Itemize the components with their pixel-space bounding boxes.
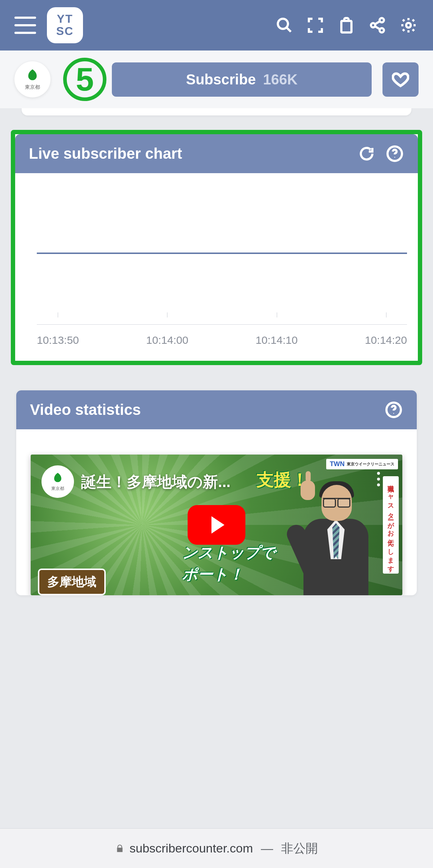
svg-point-5 bbox=[380, 28, 384, 32]
subscribe-button[interactable]: Subscribe 166K bbox=[112, 62, 372, 97]
channel-bar: 東京都 5 Subscribe 166K bbox=[0, 51, 433, 108]
svg-line-6 bbox=[375, 21, 380, 24]
svg-point-3 bbox=[380, 18, 384, 22]
video-menu-icon[interactable] bbox=[377, 472, 380, 486]
chart-x-ticks: 10:13:50 10:14:00 10:14:10 10:14:20 bbox=[37, 334, 407, 346]
video-title: 誕生！多摩地域の新... bbox=[81, 472, 370, 492]
svg-line-7 bbox=[375, 26, 380, 29]
play-button[interactable] bbox=[188, 505, 245, 545]
x-tick: 10:13:50 bbox=[37, 334, 79, 346]
annotation-step-5: 5 bbox=[63, 58, 106, 101]
live-subscriber-chart-card: Live subscriber chart 10:13:50 10:14:00 … bbox=[15, 134, 418, 361]
browser-url-bar[interactable]: subscribercounter.com — 非公開 bbox=[0, 828, 433, 868]
svg-point-8 bbox=[406, 23, 411, 28]
chart-area: 10:13:50 10:14:00 10:14:10 10:14:20 bbox=[15, 173, 418, 361]
svg-point-4 bbox=[371, 23, 375, 27]
lock-icon bbox=[115, 844, 124, 853]
clipboard-icon[interactable] bbox=[336, 15, 357, 35]
video-statistics-card: Video statistics TWN東京ウイークリーニュース 職員キャスター… bbox=[16, 390, 417, 595]
chart-series-line bbox=[37, 253, 407, 254]
x-tick: 10:14:20 bbox=[365, 334, 407, 346]
twn-badge: TWN東京ウイークリーニュース bbox=[326, 459, 398, 469]
avatar-label: 東京都 bbox=[25, 84, 40, 91]
url-privacy-label: 非公開 bbox=[281, 840, 318, 857]
x-tick: 10:14:00 bbox=[146, 334, 188, 346]
fullscreen-icon[interactable] bbox=[305, 15, 325, 35]
refresh-icon[interactable] bbox=[357, 144, 376, 163]
thumbnail-text: ンストップで bbox=[182, 543, 275, 563]
svg-point-12 bbox=[393, 413, 394, 414]
video-embed-area: TWN東京ウイークリーニュース 職員キャスターがお伝えします 支援！ 東京都 誕… bbox=[16, 429, 417, 595]
thumbnail-bottom-banner: 多摩地域 bbox=[38, 569, 106, 595]
subscribe-label: Subscribe bbox=[186, 71, 255, 88]
share-icon[interactable] bbox=[367, 15, 388, 35]
svg-rect-2 bbox=[341, 21, 351, 32]
video-thumbnail[interactable]: TWN東京ウイークリーニュース 職員キャスターがお伝えします 支援！ 東京都 誕… bbox=[31, 455, 402, 595]
favorite-button[interactable] bbox=[382, 62, 419, 97]
avatar-label: 東京都 bbox=[51, 486, 64, 492]
channel-avatar[interactable]: 東京都 bbox=[14, 61, 51, 97]
previous-card-edge bbox=[22, 108, 411, 115]
gear-icon[interactable] bbox=[398, 15, 419, 35]
url-separator: — bbox=[261, 841, 273, 855]
card-header: Video statistics bbox=[16, 390, 417, 429]
svg-point-0 bbox=[278, 19, 288, 29]
search-icon[interactable] bbox=[274, 15, 294, 35]
thumbnail-text: ポート！ bbox=[182, 564, 244, 584]
heart-icon bbox=[392, 71, 409, 88]
help-icon[interactable] bbox=[384, 400, 403, 419]
leaf-icon bbox=[52, 472, 64, 484]
thumbnail-right-caption: 職員キャスターがお伝えします bbox=[383, 476, 399, 574]
video-channel-avatar[interactable]: 東京都 bbox=[41, 465, 74, 498]
svg-point-10 bbox=[394, 157, 395, 158]
card-title: Live subscriber chart bbox=[29, 145, 348, 162]
url-domain: subscribercounter.com bbox=[130, 841, 253, 855]
leaf-icon bbox=[25, 68, 40, 83]
annotation-highlight-box: Live subscriber chart 10:13:50 10:14:00 … bbox=[11, 130, 422, 365]
x-tick: 10:14:10 bbox=[255, 334, 298, 346]
menu-icon[interactable] bbox=[14, 17, 36, 34]
svg-line-1 bbox=[287, 28, 291, 32]
help-icon[interactable] bbox=[385, 144, 404, 163]
card-header: Live subscriber chart bbox=[15, 134, 418, 173]
app-header: YT SC bbox=[0, 0, 433, 51]
app-logo[interactable]: YT SC bbox=[47, 7, 83, 43]
presenter-figure bbox=[293, 480, 379, 595]
card-title: Video statistics bbox=[30, 401, 375, 418]
subscribe-count: 166K bbox=[263, 71, 298, 88]
chart-x-axis bbox=[37, 324, 407, 325]
